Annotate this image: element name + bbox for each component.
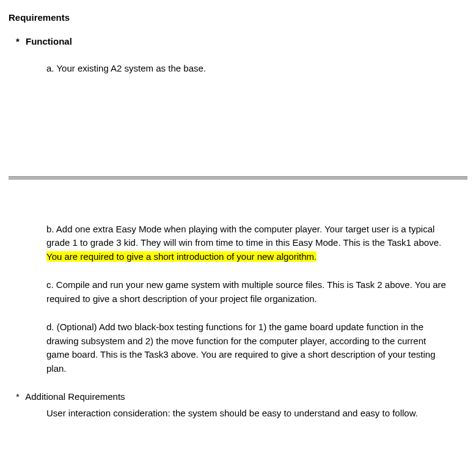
item-b-text: b. Add one extra Easy Mode when playing … xyxy=(46,224,441,248)
functional-label: Functional xyxy=(26,36,72,46)
additional-label: Additional Requirements xyxy=(25,391,125,402)
bullet-asterisk: * xyxy=(16,390,20,404)
additional-subheading: * Additional Requirements xyxy=(16,390,467,404)
item-b-highlight: You are required to give a short introdu… xyxy=(46,251,317,262)
item-b: b. Add one extra Easy Mode when playing … xyxy=(46,223,449,264)
functional-subheading: * Functional xyxy=(16,35,467,49)
bullet-asterisk: * xyxy=(16,35,20,49)
document-page: Requirements * Functional a. Your existi… xyxy=(0,0,476,432)
item-c: c. Compile and run your new game system … xyxy=(46,278,449,306)
page-divider xyxy=(9,176,467,180)
item-d: d. (Optional) Add two black-box testing … xyxy=(46,320,449,375)
requirements-heading: Requirements xyxy=(9,11,467,25)
additional-text: User interaction consideration: the syst… xyxy=(46,407,449,421)
item-a: a. Your existing A2 system as the base. xyxy=(46,62,467,76)
